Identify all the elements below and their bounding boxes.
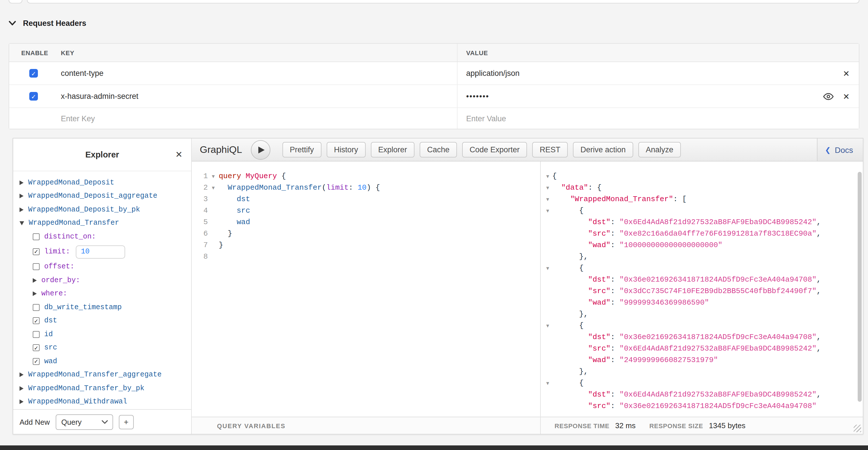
response-token bbox=[552, 298, 588, 307]
request-headers-section-toggle[interactable]: Request Headers bbox=[9, 19, 86, 28]
explorer-item[interactable]: ✓wad bbox=[20, 355, 188, 368]
explorer-root-label: WrappedMonad_Transfer bbox=[29, 219, 119, 227]
toolbar-button-explorer[interactable]: Explorer bbox=[371, 142, 414, 158]
explorer-item[interactable]: ✓dst bbox=[20, 314, 188, 328]
operation-type-select[interactable]: Query bbox=[56, 414, 113, 430]
new-value-input[interactable]: Enter Value bbox=[457, 108, 859, 129]
execute-query-button[interactable] bbox=[251, 140, 270, 160]
explorer-checkbox[interactable]: ✓ bbox=[33, 248, 40, 255]
explorer-item[interactable]: offset: bbox=[20, 260, 188, 274]
explorer-item[interactable]: WrappedMonad_Deposit bbox=[20, 176, 188, 189]
explorer-checkbox[interactable] bbox=[33, 304, 40, 311]
explorer-checkbox[interactable] bbox=[33, 263, 40, 271]
limit-value-input[interactable]: 10 bbox=[76, 245, 125, 258]
column-header-enable: ENABLE bbox=[9, 44, 61, 61]
fold-spacer bbox=[543, 389, 552, 400]
toolbar-button-history[interactable]: History bbox=[327, 142, 365, 158]
header-key-cell[interactable]: x-hasura-admin-secret bbox=[61, 85, 457, 108]
reveal-secret-eye-icon[interactable] bbox=[824, 91, 834, 102]
response-token: : bbox=[611, 390, 619, 399]
fold-arrow-icon[interactable]: ▾ bbox=[543, 263, 552, 274]
query-editor-pane[interactable]: 1▾query MyQuery {2▾ WrappedMonad_Transfe… bbox=[192, 162, 540, 434]
clipped-top-control[interactable] bbox=[9, 0, 22, 3]
remove-header-icon[interactable]: ✕ bbox=[843, 92, 849, 100]
close-icon[interactable]: ✕ bbox=[175, 149, 183, 160]
enable-checkbox[interactable]: ✓ bbox=[29, 69, 38, 78]
response-token: "0xe82c16a6da04ff7e76F61991281a7f83C18EC… bbox=[619, 229, 817, 238]
docs-toggle[interactable]: ❮ Docs bbox=[817, 139, 863, 161]
explorer-item[interactable]: WrappedMonad_Withdrawal bbox=[20, 395, 188, 409]
fold-arrow-icon[interactable]: ▾ bbox=[543, 171, 552, 182]
explorer-item[interactable]: db_write_timestamp bbox=[20, 301, 188, 314]
expand-arrow-icon[interactable] bbox=[20, 194, 24, 199]
response-token bbox=[552, 356, 588, 364]
new-key-input[interactable]: Enter Key bbox=[61, 108, 457, 129]
toolbar-button-derive-action[interactable]: Derive action bbox=[573, 142, 633, 158]
code-token: query bbox=[219, 172, 241, 180]
explorer-item[interactable]: ✓limit:10 bbox=[20, 244, 188, 260]
response-text: { bbox=[552, 205, 584, 217]
expand-arrow-icon[interactable] bbox=[20, 373, 24, 377]
explorer-checkbox[interactable]: ✓ bbox=[33, 317, 40, 325]
explorer-item[interactable]: WrappedMonad_Transfer_aggregate bbox=[20, 368, 188, 382]
response-token: "dst" bbox=[588, 390, 611, 399]
explorer-checkbox[interactable] bbox=[33, 331, 40, 338]
explorer-item[interactable]: id bbox=[20, 328, 188, 341]
expand-arrow-icon[interactable] bbox=[20, 400, 24, 404]
explorer-item[interactable]: distinct_on: bbox=[20, 230, 188, 244]
section-title: Request Headers bbox=[23, 19, 86, 28]
fold-arrow-icon[interactable]: ▾ bbox=[543, 182, 552, 194]
expand-arrow-icon[interactable] bbox=[33, 278, 37, 283]
explorer-item[interactable]: WrappedMonad_Deposit_aggregate bbox=[20, 189, 188, 203]
response-token bbox=[552, 333, 588, 341]
toolbar-button-analyze[interactable]: Analyze bbox=[639, 142, 681, 158]
code-line: 6 } bbox=[192, 228, 540, 240]
response-token: { bbox=[552, 206, 584, 215]
response-scrollbar[interactable] bbox=[858, 172, 862, 402]
explorer-item[interactable]: ✓src bbox=[20, 341, 188, 355]
explorer-item[interactable]: WrappedMonad_Transfer_by_pk bbox=[20, 382, 188, 395]
code-token bbox=[219, 218, 237, 226]
fold-arrow-icon[interactable]: ▾ bbox=[208, 171, 219, 182]
remove-header-icon[interactable]: ✕ bbox=[843, 69, 849, 77]
response-text: }, bbox=[552, 251, 588, 263]
expand-arrow-icon[interactable] bbox=[20, 386, 24, 391]
explorer-item[interactable]: WrappedMonad_Deposit_by_pk bbox=[20, 203, 188, 216]
clipped-endpoint-input[interactable] bbox=[27, 0, 859, 3]
fold-arrow-icon[interactable]: ▾ bbox=[543, 377, 552, 389]
explorer-checkbox[interactable]: ✓ bbox=[33, 344, 40, 351]
response-token: , bbox=[817, 287, 821, 296]
explorer-root-label: WrappedMonad_Transfer_aggregate bbox=[28, 371, 162, 379]
collapse-arrow-icon[interactable] bbox=[20, 221, 24, 225]
header-value-cell[interactable]: ••••••• bbox=[457, 85, 813, 108]
expand-arrow-icon[interactable] bbox=[20, 207, 24, 212]
header-row: ✓x-hasura-admin-secret•••••••✕ bbox=[9, 85, 859, 108]
explorer-item[interactable]: where: bbox=[20, 287, 188, 301]
response-line: ▾ { bbox=[543, 205, 857, 217]
explorer-item[interactable]: WrappedMonad_Transfer bbox=[20, 216, 188, 230]
resize-grip[interactable] bbox=[854, 425, 861, 432]
enable-checkbox[interactable]: ✓ bbox=[29, 92, 38, 101]
response-token: { bbox=[552, 379, 584, 387]
add-operation-button[interactable]: + bbox=[119, 415, 134, 429]
toolbar-button-cache[interactable]: Cache bbox=[420, 142, 457, 158]
query-variables-bar[interactable]: QUERY VARIABLES bbox=[192, 417, 540, 434]
toolbar-button-prettify[interactable]: Prettify bbox=[282, 142, 321, 158]
expand-arrow-icon[interactable] bbox=[33, 292, 37, 296]
code-token: src bbox=[237, 206, 250, 215]
explorer-checkbox[interactable]: ✓ bbox=[33, 358, 40, 365]
explorer-checkbox[interactable] bbox=[33, 233, 40, 240]
fold-arrow-icon[interactable]: ▾ bbox=[543, 205, 552, 217]
explorer-footer: Add New Query + bbox=[13, 409, 191, 434]
response-token bbox=[552, 390, 588, 399]
fold-arrow-icon[interactable]: ▾ bbox=[543, 320, 552, 332]
explorer-item[interactable]: order_by: bbox=[20, 274, 188, 287]
fold-arrow-icon[interactable]: ▾ bbox=[543, 194, 552, 205]
header-key-cell[interactable]: content-type bbox=[61, 62, 457, 84]
toolbar-button-rest[interactable]: REST bbox=[532, 142, 568, 158]
toolbar-button-code-exporter[interactable]: Code Exporter bbox=[462, 142, 527, 158]
fold-arrow-icon[interactable]: ▾ bbox=[208, 182, 219, 194]
request-headers-table: ENABLE KEY VALUE ✓content-typeapplicatio… bbox=[9, 43, 859, 129]
header-value-cell[interactable]: application/json bbox=[457, 62, 813, 84]
expand-arrow-icon[interactable] bbox=[20, 180, 24, 185]
